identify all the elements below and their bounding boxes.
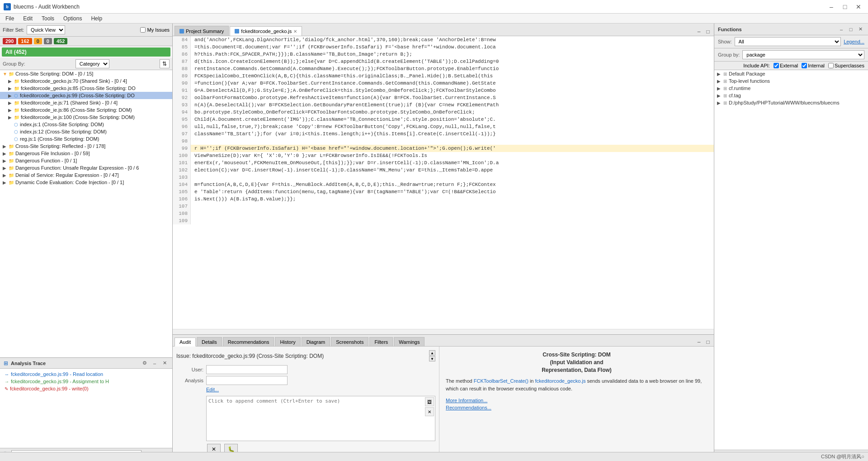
func-item[interactable]: ▶ ⊞ cf.runtime — [714, 85, 868, 92]
more-info-link[interactable]: More Information... — [446, 398, 708, 403]
audit-tab-audit[interactable]: Audit — [175, 337, 196, 347]
filter-select[interactable]: Quick View — [27, 25, 65, 34]
sort-button[interactable]: ⇅ — [160, 59, 170, 68]
issues-tree[interactable]: ▼ 📁 Cross-Site Scripting: DOM - [0 / 15]… — [0, 70, 172, 357]
code-line: 104m=function(A,B,C,D,E){var F=this._Men… — [173, 181, 714, 188]
tree-item[interactable]: ▶ 📁 Cross-Site Scripting: Reflected - [0… — [0, 143, 172, 150]
trace-settings-button[interactable]: ⚙ — [141, 360, 149, 367]
functions-close-button[interactable]: ✕ — [856, 26, 864, 33]
trace-item-label: fckeditorcode_gecko.js:99 - Read locatio… — [11, 371, 103, 377]
tree-item[interactable]: ⬡ reg.js:1 (Cross-Site Scripting: DOM) — [0, 135, 172, 143]
tree-item[interactable]: ▶ 📁 fckeditorcode_ie.js:86 (Cross-Site S… — [0, 106, 172, 114]
tree-item[interactable]: ▶ 📁 Dangerous File Inclusion - [0 / 59] — [0, 150, 172, 157]
comment-remove-icon-button[interactable]: ✕ — [425, 407, 434, 416]
menu-help[interactable]: Help — [87, 14, 106, 23]
line-code: h?this.Path:FCK_SPACER_PATH;}});B.classN… — [191, 51, 412, 58]
audit-prev-button[interactable]: ▲ — [429, 350, 435, 356]
audit-issue-title: Issue: fckeditorcode_gecko.js:99 (Cross-… — [176, 350, 435, 361]
audit-user-input[interactable] — [206, 365, 288, 374]
audit-tab-history[interactable]: History — [275, 337, 300, 346]
trace-minimize-button[interactable]: – — [151, 360, 159, 367]
audit-tab-details[interactable]: Details — [197, 337, 222, 346]
show-select[interactable]: All — [735, 37, 841, 46]
func-item[interactable]: ▶ ⊞ Top-level functions — [714, 77, 868, 85]
tree-item-label: Dangerous Function - [0 / 1] — [15, 158, 77, 163]
code-horizontal-scrollbar[interactable] — [173, 329, 714, 334]
menu-options[interactable]: Options — [60, 14, 85, 23]
badge-green[interactable]: 452 — [54, 38, 67, 44]
my-issues-checkbox[interactable] — [140, 27, 146, 33]
functions-tree[interactable]: ▶ ⊞ Default Package ▶ ⊞ Top-level functi… — [714, 70, 868, 450]
badge-red[interactable]: 290 — [3, 38, 16, 44]
tree-item[interactable]: ▶ 📁 Dangerous Function - [0 / 1] — [0, 157, 172, 164]
tree-item[interactable]: ⬡ index.js:1 (Cross-Site Scripting: DOM) — [0, 121, 172, 128]
internal-checkbox[interactable] — [802, 63, 807, 68]
file-link[interactable]: fckeditorcode_gecko.js — [535, 378, 586, 384]
external-checkbox[interactable] — [774, 63, 779, 68]
functions-minimize-button[interactable]: – — [837, 26, 845, 33]
menu-edit[interactable]: Edit — [19, 14, 36, 23]
tree-item[interactable]: ▶ 📁 fckeditorcode_gecko.js:70 (Shared Si… — [0, 77, 172, 85]
tree-item[interactable]: ⬡ index.js:12 (Cross-Site Scripting: DOM… — [0, 128, 172, 135]
line-number: 87 — [173, 58, 191, 65]
audit-maximize-button[interactable]: □ — [704, 338, 712, 346]
line-number: 99 — [173, 145, 191, 152]
line-number: 100 — [173, 152, 191, 159]
tab-fckeditorcode[interactable]: fckeditorcode_gecko.js ✕ — [230, 26, 302, 36]
tree-item[interactable]: ▼ 📁 Cross-Site Scripting: DOM - [0 / 15] — [0, 70, 172, 77]
badge-yellow[interactable]: 0 — [34, 38, 42, 44]
func-groupby-select[interactable]: package — [742, 50, 864, 59]
func-item[interactable]: ▶ ⊞ D:/phpStudy/PHPTutorial/WWW/bluecms/… — [714, 99, 868, 106]
tree-item[interactable]: ▶ 📁 fckeditorcode_ie.js:71 (Shared Sink)… — [0, 99, 172, 106]
status-right: CSDN @明月清风○ — [821, 453, 864, 460]
audit-next-button[interactable]: ▼ — [429, 356, 435, 361]
tree-item[interactable]: ▶ 📁 Dangerous Function: Unsafe Regular E… — [0, 164, 172, 171]
trace-item[interactable]: ✎ fckeditorcode_gecko.js:99 - write(0) — [0, 385, 172, 392]
audit-tab-recommendations[interactable]: Recommendations — [223, 337, 274, 346]
func-groupby-label: Group by: — [718, 52, 740, 57]
audit-tab-filters[interactable]: Filters — [369, 337, 393, 346]
functions-maximize-button[interactable]: □ — [847, 26, 855, 33]
audit-analysis-input[interactable] — [206, 376, 288, 385]
code-content[interactable]: 84and('Anchor',FCKLang.DlgAnchorTitle,'d… — [173, 36, 714, 329]
audit-tab-diagram[interactable]: Diagram — [302, 337, 330, 346]
line-code: and('Anchor',FCKLang.DlgAnchorTitle,'dia… — [191, 36, 496, 43]
func-item[interactable]: ▶ ⊞ cf.tag — [714, 92, 868, 99]
groupby-select[interactable]: Category — [75, 59, 109, 68]
titlebar-left: b bluecms - Audit Workbench — [4, 3, 80, 10]
recommendations-link[interactable]: Recommendations... — [446, 405, 708, 410]
minimize-button[interactable]: – — [826, 2, 837, 11]
method-link[interactable]: FCKToolbarSet_Create() — [474, 378, 528, 384]
audit-tab-warnings[interactable]: Warnings — [394, 337, 425, 346]
audit-edit-link[interactable]: Edit... — [206, 387, 219, 392]
tab-maximize-button[interactable]: □ — [704, 28, 712, 36]
comment-image-icon-button[interactable]: 🖼 — [425, 397, 434, 406]
comment-textarea[interactable] — [207, 396, 424, 441]
badge-gray[interactable]: 0 — [44, 38, 52, 44]
menu-tools[interactable]: Tools — [38, 14, 58, 23]
trace-item[interactable]: ↔ fckeditorcode_gecko.js:99 - Read locat… — [0, 371, 172, 378]
tab-minimize-button[interactable]: – — [695, 28, 703, 36]
badge-orange[interactable]: 162 — [18, 38, 32, 44]
audit-minimize-button[interactable]: – — [695, 338, 703, 346]
tree-item[interactable]: ▶ 📁 Denial of Service: Regular Expressio… — [0, 171, 172, 179]
trace-item[interactable]: → fckeditorcode_gecko.js:99 - Assignment… — [0, 378, 172, 385]
tree-item[interactable]: ▶ 📁 fckeditorcode_ie.js:100 (Cross-Site … — [0, 114, 172, 121]
tab-project-summary[interactable]: Project Summary — [175, 26, 229, 36]
audit-user-row: User: — [176, 365, 435, 374]
menu-file[interactable]: File — [2, 14, 18, 23]
folder-icon: 📁 — [14, 108, 19, 113]
func-item[interactable]: ▶ ⊞ Default Package — [714, 70, 868, 77]
maximize-button[interactable]: □ — [839, 2, 851, 11]
tree-item[interactable]: ▶ 📁 Dynamic Code Evaluation: Code Inject… — [0, 179, 172, 186]
trace-close-button[interactable]: ✕ — [160, 360, 169, 367]
tab-close-icon[interactable]: ✕ — [293, 29, 297, 34]
tree-item[interactable]: ▶ 📁 fckeditorcode_gecko.js:85 (Cross-Sit… — [0, 85, 172, 92]
tree-item-selected[interactable]: ▶ ⬡ fckeditorcode_gecko.js:99 (Cross-Sit… — [0, 92, 172, 99]
folder-icon: 📁 — [9, 173, 14, 178]
legend-link[interactable]: Legend... — [844, 39, 864, 44]
close-button[interactable]: ✕ — [853, 2, 864, 11]
superclasses-checkbox[interactable] — [828, 63, 834, 68]
tree-item-label: fckeditorcode_ie.js:86 (Cross-Site Scrip… — [21, 107, 132, 113]
audit-tab-screenshots[interactable]: Screenshots — [331, 337, 368, 346]
